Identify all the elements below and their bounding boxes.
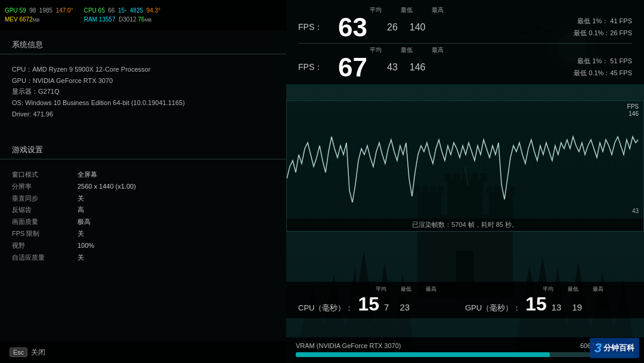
gpu-min-header: 最低	[568, 285, 578, 293]
setting-adaptive: 自适应质量 关	[12, 252, 274, 264]
fps1-max-header: 最高	[432, 6, 444, 14]
close-label: 关闭	[31, 347, 45, 358]
cpu-min-header: 最低	[401, 285, 411, 293]
cpu-ms-label: CPU（毫秒）：	[298, 303, 353, 313]
fps2-avg-header: 平均	[370, 46, 382, 54]
gpu-ms-big: 15	[525, 294, 547, 313]
cpu-avg-header: 平均	[376, 285, 386, 293]
fps2-max-header: 最高	[432, 46, 444, 54]
fps1-right-line1: 最低 1%： 41 FPS	[574, 16, 632, 27]
setting-quality: 画面质量 极高	[12, 216, 274, 228]
gpu-ms-group: 平均 最低 最高 GPU（毫秒）： 15 13 19	[465, 285, 632, 313]
stats-overlay: 平均 最低 最高 FPS： 63 26 140 最低 1%： 41 FPS 最低…	[286, 0, 644, 363]
bottom-bar: Esc 关闭	[0, 342, 286, 363]
fps1-max-val: 140	[410, 22, 426, 33]
cpu-info: CPU：AMD Ryzen 9 5900X 12-Core Processor	[12, 64, 274, 75]
vram-label: VRAM (NVIDIA GeForce RTX 3070)	[296, 342, 401, 349]
gpu-info: GPU：NVIDIA GeForce RTX 3070	[12, 75, 274, 87]
cpu-ms-min: 7	[384, 302, 389, 312]
watermark-text: 分钟百科	[603, 343, 634, 353]
fps2-min-header: 最低	[401, 46, 413, 54]
setting-fov: 视野 100%	[12, 240, 274, 252]
fps2-min-val: 43	[387, 62, 398, 72]
vram-bar-bg	[296, 352, 634, 357]
cpu-ms-group: 平均 最低 最高 CPU（毫秒）： 15 7 23	[298, 285, 465, 313]
esc-key: Esc	[10, 347, 27, 357]
hud-bar: GPU 59 98 1985 147.0° MEV 6672MB CPU 65 …	[0, 0, 286, 30]
gpu-avg-header: 平均	[543, 285, 553, 293]
setting-fps-limit: FPS 限制 关	[12, 228, 274, 240]
game-settings: 窗口模式 全屏幕 分辨率 2560 x 1440 (x1.00) 垂直同步 关 …	[0, 164, 286, 268]
fps1-avg-header: 平均	[370, 6, 382, 14]
fps1-panel: 平均 最低 最高 FPS： 63 26 140 最低 1%： 41 FPS 最低…	[286, 0, 644, 84]
setting-vsync: 垂直同步 关	[12, 193, 274, 205]
fps1-right-line2: 最低 0.1%：26 FPS	[574, 27, 632, 39]
sys-info-header: 系统信息	[0, 32, 286, 54]
fps-chart-footer: 已渲染帧数：5704 帧，耗时 85 秒。	[287, 219, 643, 231]
cpu-ms-big: 15	[358, 294, 379, 313]
cpu-ms-max: 23	[400, 302, 410, 312]
monitor-info: 显示器：G271Q	[12, 86, 274, 97]
watermark-num: 3	[595, 340, 602, 356]
os-info: OS: Windows 10 Business Edition 64-bit (…	[12, 97, 274, 109]
ms-panel: 平均 最低 最高 CPU（毫秒）： 15 7 23 平均 最低	[286, 282, 644, 318]
fps1-big: 63	[338, 14, 380, 41]
gpu-ms-label: GPU（毫秒）：	[465, 303, 521, 313]
fps2-right-line1: 最低 1%： 51 FPS	[574, 56, 632, 67]
gpu-ms-min: 13	[552, 302, 562, 312]
fps1-min-header: 最低	[401, 6, 413, 14]
setting-window-mode: 窗口模式 全屏幕	[12, 169, 274, 181]
watermark: 3 分钟百科	[590, 338, 639, 358]
game-settings-header: 游戏设置	[0, 137, 286, 159]
fps2-big: 67	[338, 54, 380, 81]
driver-info: Driver: 471.96	[12, 109, 274, 120]
gpu-max-header: 最高	[593, 285, 603, 293]
sys-info: CPU：AMD Ryzen 9 5900X 12-Core Processor …	[0, 59, 286, 124]
fps2-label: FPS：	[298, 62, 331, 73]
gpu-ms-max: 19	[572, 302, 582, 312]
fps2-max-val: 146	[410, 62, 426, 72]
vram-bar-fill	[296, 352, 550, 357]
fps2-right-line2: 最低 0.1%：45 FPS	[574, 67, 632, 79]
setting-resolution: 分辨率 2560 x 1440 (x1.00)	[12, 181, 274, 193]
setting-aa: 反锯齿 高	[12, 204, 274, 216]
fps1-label: FPS：	[298, 22, 331, 33]
cpu-max-header: 最高	[426, 285, 436, 293]
fps-chart: FPS 146 43 已渲染帧数：5704 帧，耗时 85 秒。	[286, 100, 644, 232]
fps-waveform-svg	[287, 107, 639, 220]
fps1-min-val: 26	[387, 22, 398, 33]
